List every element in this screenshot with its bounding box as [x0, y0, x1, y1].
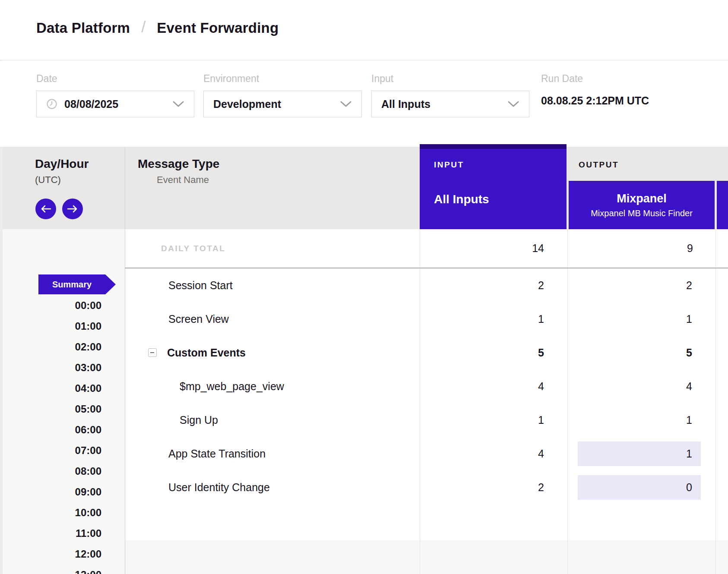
- event-name-label: Sign Up: [180, 414, 218, 426]
- breadcrumb: Data Platform / Event Forwarding: [36, 19, 279, 37]
- date-filter: Date 08/08/2025: [36, 73, 194, 117]
- environment-value: Development: [213, 98, 281, 110]
- input-count-cell: 5: [420, 347, 567, 359]
- hour-slot-1100[interactable]: 11:00: [3, 527, 101, 540]
- previous-day-button[interactable]: [35, 199, 56, 219]
- run-date-label: Run Date: [541, 73, 649, 85]
- output-count-cell: 1: [567, 437, 715, 470]
- hour-slot-1200[interactable]: 12:00: [3, 548, 101, 561]
- output-count-cell: 1: [567, 302, 715, 336]
- event-forwarding-page: Data Platform / Event Forwarding Date 08…: [0, 0, 728, 574]
- table-row: Screen View11: [125, 302, 728, 336]
- day-navigation: [35, 199, 83, 219]
- summary-label: Summary: [38, 274, 105, 294]
- input-count-cell: 2: [420, 279, 567, 292]
- output-count-cell: 4: [567, 369, 715, 403]
- output-count-value: 2: [686, 279, 715, 292]
- output-count-highlighted[interactable]: 1: [578, 442, 701, 466]
- collapse-minus-icon[interactable]: [148, 348, 157, 357]
- table-row: Sign Up11: [125, 403, 728, 437]
- chevron-down-icon: [172, 101, 184, 108]
- message-type-header: Message Type Event Name: [138, 157, 219, 186]
- output-count-cell: 0: [567, 470, 715, 504]
- mixpanel-subtitle: Mixpanel MB Music Finder: [569, 208, 715, 218]
- output-count-cell: 2: [567, 268, 715, 302]
- next-output-column-partial[interactable]: [717, 181, 728, 230]
- hour-slot-0800[interactable]: 08:00: [3, 465, 101, 478]
- output-count-cell: 5: [567, 336, 715, 369]
- summary-arrow-tip: [105, 274, 116, 294]
- filter-bar: Date 08/08/2025 Environment Development: [0, 61, 728, 147]
- run-date-value: 08.08.25 2:12PM UTC: [541, 95, 649, 107]
- hour-slot-0000[interactable]: 00:00: [3, 299, 101, 312]
- chevron-down-icon: [340, 101, 352, 108]
- output-count-cell: 1: [567, 403, 715, 437]
- daily-total-output-value: 9: [567, 242, 715, 255]
- hour-slot-0600[interactable]: 06:00: [3, 423, 101, 436]
- clock-icon: [46, 98, 57, 110]
- input-count-cell: 2: [420, 481, 567, 494]
- breadcrumb-parent[interactable]: Data Platform: [36, 20, 130, 36]
- date-select[interactable]: 08/08/2025: [36, 91, 194, 117]
- chevron-down-icon: [507, 101, 519, 108]
- date-filter-label: Date: [36, 73, 194, 85]
- input-column-header[interactable]: INPUT All Inputs: [420, 144, 567, 230]
- event-name-label: User Identity Change: [168, 481, 270, 494]
- hour-slot-1300[interactable]: 13:00: [3, 568, 101, 574]
- day-hour-title: Day/Hour: [35, 157, 89, 171]
- output-count-highlighted[interactable]: 0: [578, 475, 701, 500]
- input-value: All Inputs: [381, 98, 430, 110]
- page-header: Data Platform / Event Forwarding: [0, 0, 728, 60]
- input-count-cell: 1: [420, 414, 567, 426]
- message-type-title: Message Type: [138, 157, 219, 171]
- input-section-label: INPUT: [434, 160, 464, 170]
- event-name-label: $mp_web_page_view: [180, 380, 284, 393]
- environment-filter-label: Environment: [203, 73, 362, 85]
- mixpanel-title: Mixpanel: [569, 192, 715, 205]
- input-filter-label: Input: [371, 73, 529, 85]
- hour-slot-0900[interactable]: 09:00: [3, 486, 101, 498]
- hour-slot-0500[interactable]: 05:00: [3, 403, 101, 416]
- environment-select[interactable]: Development: [203, 91, 362, 117]
- run-date-filter: Run Date 08.08.25 2:12PM UTC: [541, 73, 649, 107]
- hour-slot-1000[interactable]: 10:00: [3, 506, 101, 519]
- hour-slot-0300[interactable]: 03:00: [3, 361, 101, 374]
- event-name-label: App State Transition: [168, 448, 266, 460]
- hour-slot-0100[interactable]: 01:00: [3, 320, 101, 333]
- output-count-value: 1: [686, 414, 715, 426]
- table-footer-area: [125, 540, 728, 574]
- next-day-button[interactable]: [62, 199, 83, 219]
- input-select[interactable]: All Inputs: [371, 91, 529, 117]
- input-column-title: All Inputs: [434, 192, 489, 206]
- event-name-label: Session Start: [168, 279, 233, 292]
- output-column-header-mixpanel[interactable]: Mixpanel Mixpanel MB Music Finder: [569, 181, 715, 230]
- table-row: User Identity Change20: [125, 470, 728, 504]
- table-row: $mp_web_page_view44: [125, 369, 728, 403]
- environment-filter: Environment Development: [203, 73, 362, 117]
- arrow-left-icon: [40, 205, 51, 213]
- output-section-label: OUTPUT: [579, 160, 619, 170]
- day-hour-subtitle: (UTC): [35, 174, 89, 186]
- daily-total-label: DAILY TOTAL: [125, 244, 420, 253]
- output-count-value: 4: [686, 380, 715, 393]
- daily-total-row: DAILY TOTAL 14 9: [125, 229, 728, 268]
- event-name-label: Screen View: [168, 313, 229, 325]
- page-title: Event Forwarding: [157, 20, 279, 36]
- output-count-value: 1: [686, 313, 715, 325]
- input-column-active-strip: [420, 144, 567, 149]
- hour-slot-0400[interactable]: 04:00: [3, 382, 101, 395]
- event-name-subtitle: Event Name: [157, 174, 219, 186]
- breadcrumb-separator: /: [141, 18, 146, 36]
- input-count-cell: 4: [420, 448, 567, 460]
- hour-slot-0700[interactable]: 07:00: [3, 444, 101, 457]
- date-value: 08/08/2025: [64, 98, 118, 110]
- summary-row-selector[interactable]: Summary: [38, 274, 116, 294]
- input-count-cell: 1: [420, 313, 567, 325]
- output-count-value: 5: [686, 347, 715, 359]
- table-row: Session Start22: [125, 268, 728, 302]
- input-filter: Input All Inputs: [371, 73, 529, 117]
- table-row: App State Transition41: [125, 437, 728, 470]
- event-name-label: Custom Events: [167, 347, 246, 359]
- event-rows: Session Start22Screen View11Custom Event…: [125, 268, 728, 504]
- hour-slot-0200[interactable]: 02:00: [3, 341, 101, 353]
